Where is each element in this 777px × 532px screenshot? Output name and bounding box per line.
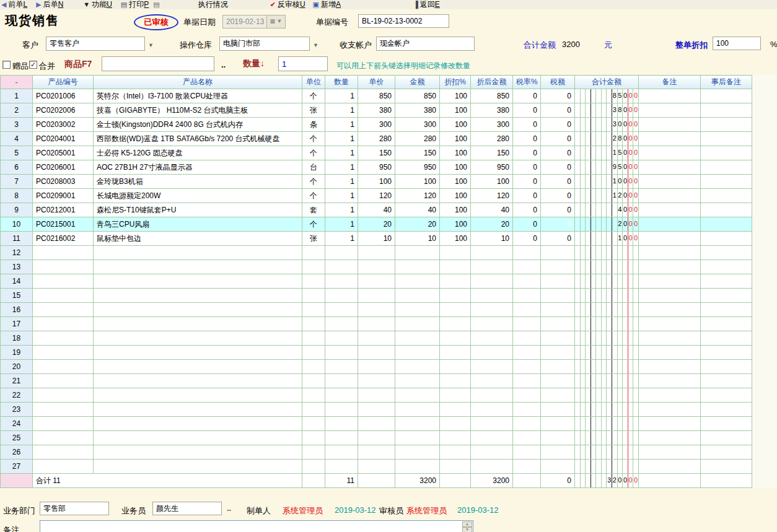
cell-amount[interactable] xyxy=(395,360,440,374)
toolbar-item-新增[interactable]: ▣新增A xyxy=(313,0,341,9)
cell-unit[interactable] xyxy=(302,346,325,360)
cell-totals-corner[interactable] xyxy=(1,474,33,488)
cell-total-ledger[interactable] xyxy=(575,274,639,289)
merge-checkbox[interactable]: ✓ xyxy=(29,61,37,69)
cell-total-ledger[interactable]: 320000 xyxy=(575,474,639,488)
cell-product-name[interactable]: 金士顿(Kingston)DDR4 2400 8G 台式机内存 xyxy=(94,118,302,132)
cell-remark[interactable] xyxy=(639,175,701,189)
cell-discount[interactable]: 100 xyxy=(440,118,471,132)
dept-input[interactable]: 零售部 xyxy=(40,502,109,515)
cell-unit[interactable]: 条 xyxy=(302,118,325,132)
cell-unit[interactable]: 个 xyxy=(302,217,325,232)
cell-total-ledger[interactable] xyxy=(575,431,639,445)
cell-amount[interactable] xyxy=(395,417,440,431)
gift-checkbox[interactable] xyxy=(2,61,11,69)
cell-remark[interactable] xyxy=(639,160,701,175)
cell-tax-amount[interactable]: 0 xyxy=(541,146,575,160)
cell-product-code[interactable]: PC0212001 xyxy=(33,203,94,217)
cell-unit[interactable] xyxy=(302,289,325,303)
cell-remark[interactable] xyxy=(639,189,701,203)
cell-product-name[interactable] xyxy=(94,445,302,460)
cell-total-ledger[interactable]: 2000 xyxy=(575,217,639,232)
cell-discounted-amount[interactable]: 150 xyxy=(471,146,513,160)
cell-unit[interactable] xyxy=(302,303,325,317)
cell-post-remark[interactable] xyxy=(701,260,752,274)
cell-discount[interactable]: 100 xyxy=(440,160,471,175)
cell-remark[interactable] xyxy=(639,289,701,303)
cell-tax-rate[interactable]: 0 xyxy=(513,175,541,189)
cell-post-remark[interactable] xyxy=(701,289,752,303)
cell-discount[interactable] xyxy=(440,374,471,388)
cell-post-remark[interactable] xyxy=(701,89,752,103)
toolbar-item-反审核[interactable]: ✔反审核U xyxy=(270,0,305,9)
cell-qty[interactable]: 1 xyxy=(325,132,358,146)
cell-total-ledger[interactable] xyxy=(575,445,639,460)
cell-qty[interactable] xyxy=(325,417,358,431)
cell-discounted-amount[interactable] xyxy=(471,317,513,331)
cell-discounted-amount[interactable]: 380 xyxy=(471,103,513,118)
cell-product-code[interactable] xyxy=(33,246,94,260)
cell-remark[interactable] xyxy=(639,474,701,488)
cell-total-ledger[interactable] xyxy=(575,374,639,388)
cell-product-code[interactable]: PC0204001 xyxy=(33,132,94,146)
cell-amount[interactable]: 850 xyxy=(395,89,440,103)
cell-product-code[interactable]: PC0216002 xyxy=(33,232,94,246)
cell-row-number[interactable]: 19 xyxy=(1,346,33,360)
cell-post-remark[interactable] xyxy=(701,360,752,374)
cell-post-remark[interactable] xyxy=(701,103,752,118)
cell-total-ledger[interactable] xyxy=(575,460,639,474)
cell-qty[interactable] xyxy=(325,403,358,417)
cell-price[interactable] xyxy=(358,374,395,388)
cell-remark[interactable] xyxy=(639,217,701,232)
cell-tax-amount[interactable] xyxy=(541,274,575,289)
cell-unit[interactable] xyxy=(302,417,325,431)
cell-unit[interactable] xyxy=(302,431,325,445)
cell-amount[interactable] xyxy=(395,303,440,317)
toolbar-item-执行情况[interactable]: 执行情况 xyxy=(198,0,228,9)
cell-post-remark[interactable] xyxy=(701,417,752,431)
cell-post-remark[interactable] xyxy=(701,189,752,203)
cell-discount[interactable] xyxy=(440,445,471,460)
cell-product-code[interactable] xyxy=(33,460,94,474)
cell-price[interactable] xyxy=(358,260,395,274)
cell-tax-amount[interactable]: 0 xyxy=(541,203,575,217)
cell-price[interactable]: 280 xyxy=(358,132,395,146)
cell-remark[interactable] xyxy=(639,118,701,132)
cell-price[interactable] xyxy=(358,317,395,331)
cell-amount[interactable] xyxy=(395,331,440,346)
cell-product-name[interactable]: 青鸟三CPU风扇 xyxy=(94,217,302,232)
cell-product-name[interactable]: 鼠标垫中包边 xyxy=(94,232,302,246)
cell-amount[interactable] xyxy=(395,388,440,403)
cell-price[interactable]: 20 xyxy=(358,217,395,232)
cell-tax-rate[interactable] xyxy=(513,474,541,488)
cell-tax-amount[interactable]: 0 xyxy=(541,217,575,232)
cell-tax-amount[interactable]: 0 xyxy=(541,132,575,146)
cell-row-number[interactable]: 18 xyxy=(1,331,33,346)
cell-discount[interactable] xyxy=(440,303,471,317)
cell-tax-amount[interactable]: 0 xyxy=(541,189,575,203)
cell-post-remark[interactable] xyxy=(701,403,752,417)
cell-qty[interactable] xyxy=(325,246,358,260)
cell-total-ledger[interactable] xyxy=(575,289,639,303)
cell-product-code[interactable]: PC0203002 xyxy=(33,118,94,132)
cell-remark[interactable] xyxy=(639,331,701,346)
cell-tax-amount[interactable] xyxy=(541,303,575,317)
cell-post-remark[interactable] xyxy=(701,146,752,160)
cell-discount[interactable]: 100 xyxy=(440,146,471,160)
cell-tax-amount[interactable]: 0 xyxy=(541,103,575,118)
cell-amount[interactable] xyxy=(395,246,440,260)
cell-discounted-amount[interactable]: 10 xyxy=(471,232,513,246)
cell-post-remark[interactable] xyxy=(701,460,752,474)
cell-product-code[interactable] xyxy=(33,360,94,374)
cell-row-number[interactable]: 6 xyxy=(1,160,33,175)
cell-price[interactable] xyxy=(358,289,395,303)
cell-qty[interactable]: 1 xyxy=(325,175,358,189)
cell-tax-rate[interactable] xyxy=(513,460,541,474)
cell-price[interactable] xyxy=(358,460,395,474)
qty-input[interactable]: 1 xyxy=(278,56,328,71)
cell-tax-amount[interactable]: 0 xyxy=(541,118,575,132)
cell-qty[interactable] xyxy=(325,346,358,360)
cell-price[interactable] xyxy=(358,388,395,403)
cell-tax-amount[interactable] xyxy=(541,260,575,274)
cell-row-number[interactable]: 14 xyxy=(1,274,33,289)
